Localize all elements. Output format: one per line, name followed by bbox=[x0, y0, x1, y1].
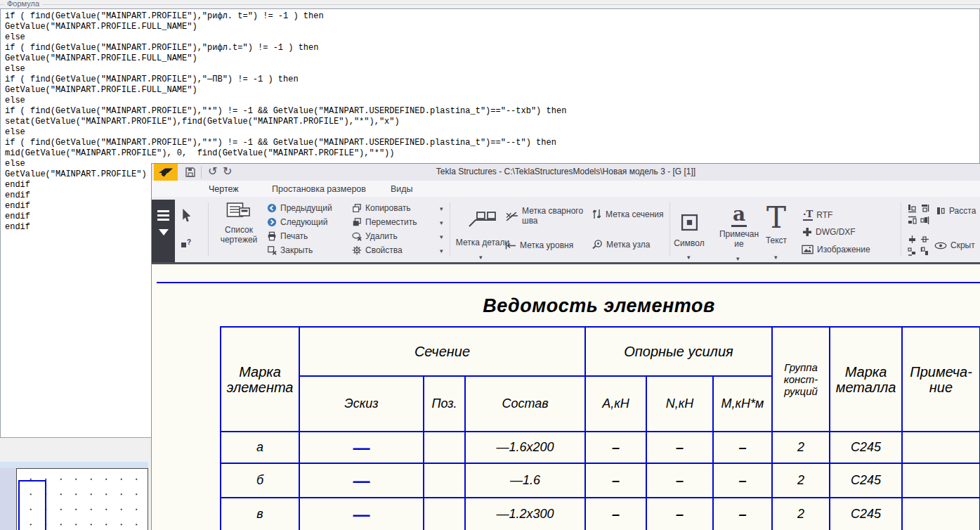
spacing-button[interactable]: Расста bbox=[936, 206, 976, 216]
cell-steel: С245 bbox=[830, 498, 903, 530]
tekla-logo-icon[interactable] bbox=[154, 164, 178, 181]
next-button[interactable]: Следующий bbox=[267, 217, 327, 227]
qat-separator bbox=[201, 166, 202, 179]
cell-mark: б bbox=[221, 464, 300, 498]
menu-icon[interactable] bbox=[157, 208, 169, 223]
undo-button[interactable]: ↺ bbox=[208, 164, 217, 179]
header-note: Примеча- ние bbox=[903, 328, 979, 432]
subheader-a: А,кН bbox=[586, 377, 647, 432]
align-left-icon[interactable] bbox=[908, 204, 917, 213]
copy-icon bbox=[352, 203, 362, 213]
symbol-label: Символ bbox=[669, 238, 710, 248]
header-forces: Опорные усилия bbox=[586, 328, 773, 377]
level-mark-button[interactable]: Метка уровня bbox=[505, 240, 573, 250]
section-mark-button[interactable]: Метка сечения bbox=[592, 208, 663, 220]
part-mark-dropdown[interactable]: ▾ bbox=[479, 254, 483, 260]
center-horizontal-icon[interactable] bbox=[908, 235, 917, 244]
header-section: Сечение bbox=[300, 328, 586, 377]
level-mark-icon bbox=[505, 241, 516, 250]
image-label: Изображение bbox=[817, 245, 870, 254]
align-right-icon[interactable] bbox=[920, 216, 929, 225]
text-dropdown[interactable]: ▾ bbox=[774, 254, 778, 260]
drawing-list-button[interactable]: Список чертежей bbox=[212, 201, 266, 245]
close-button[interactable]: Закрыть bbox=[267, 245, 313, 255]
spacing-label: Расста bbox=[949, 206, 976, 216]
cell-n: – bbox=[647, 498, 714, 530]
cell-sketch: — bbox=[300, 432, 424, 464]
image-button[interactable]: Изображение bbox=[802, 245, 870, 254]
select-cursor-icon[interactable] bbox=[180, 208, 192, 223]
cell-a: – bbox=[586, 432, 647, 464]
align-bottom-icon[interactable] bbox=[908, 216, 917, 225]
weld-mark-button[interactable]: Метка сварного шва bbox=[505, 206, 583, 226]
delete-icon bbox=[352, 231, 362, 241]
text-T-icon: T bbox=[766, 201, 786, 235]
cell-group: 2 bbox=[773, 432, 830, 464]
copy-label: Копировать bbox=[365, 203, 411, 213]
symbol-dropdown[interactable]: ▾ bbox=[687, 254, 691, 260]
dwg-dxf-label: DWG/DXF bbox=[816, 227, 856, 237]
delete-button[interactable]: Удалить bbox=[352, 231, 398, 241]
distribute-horizontal-icon[interactable] bbox=[908, 247, 917, 256]
node-mark-button[interactable]: Метка узла bbox=[592, 239, 650, 250]
template-preview-panel[interactable] bbox=[16, 468, 148, 530]
symbol-button[interactable]: Символ bbox=[669, 197, 710, 248]
cell-steel: С245 bbox=[830, 464, 903, 498]
note-button[interactable]: a Примечан ие bbox=[718, 197, 760, 249]
cell-m: – bbox=[714, 464, 773, 498]
properties-button[interactable]: Свойства bbox=[352, 245, 403, 255]
context-help-icon[interactable]: ? bbox=[180, 238, 192, 250]
copy-dropdown[interactable]: ▾ bbox=[440, 206, 443, 212]
image-icon bbox=[802, 245, 814, 254]
previous-button[interactable]: Предыдущий bbox=[267, 203, 332, 213]
redo-button[interactable]: ↻ bbox=[223, 164, 232, 179]
cell-a: – bbox=[586, 464, 647, 498]
center-vertical-icon[interactable] bbox=[920, 235, 929, 244]
cell-sketch: — bbox=[300, 498, 424, 530]
dwg-dxf-button[interactable]: DWG/DXF bbox=[802, 227, 856, 237]
sheet-frame-line bbox=[157, 282, 980, 283]
tab-views[interactable]: Виды bbox=[388, 183, 415, 197]
rtf-label: RTF bbox=[816, 210, 832, 220]
note-dropdown[interactable]: ▾ bbox=[736, 256, 740, 261]
cell-group: 2 bbox=[773, 498, 830, 530]
text-button[interactable]: T Текст bbox=[756, 197, 797, 245]
next-icon bbox=[267, 217, 277, 227]
properties-dropdown[interactable]: ▾ bbox=[440, 248, 443, 254]
move-dropdown[interactable]: ▾ bbox=[440, 220, 443, 226]
sketch-line: — bbox=[353, 471, 370, 491]
level-mark-label: Метка уровня bbox=[520, 240, 573, 250]
align-top-icon[interactable] bbox=[920, 204, 929, 213]
title-bar[interactable]: ↺ ↻ Tekla Structures - C:\TeklaStructure… bbox=[152, 164, 980, 181]
section-mark-icon bbox=[592, 208, 602, 220]
ribbon-sidebar[interactable] bbox=[152, 200, 175, 262]
close-icon bbox=[267, 245, 277, 255]
weld-mark-icon bbox=[505, 209, 518, 223]
close-label: Закрыть bbox=[280, 245, 313, 255]
template-field-outline bbox=[18, 480, 46, 530]
spacing-icon bbox=[936, 206, 946, 216]
move-button[interactable]: Переместить bbox=[352, 217, 417, 227]
copy-button[interactable]: Копировать bbox=[352, 203, 411, 213]
tab-dimensioning[interactable]: Простановка размеров bbox=[270, 183, 368, 197]
formula-editor-scroll-strip bbox=[0, 462, 148, 468]
cell-m: – bbox=[714, 432, 773, 464]
subheader-composition: Состав bbox=[466, 377, 586, 432]
cell-steel: С245 bbox=[830, 432, 903, 464]
rtf-button[interactable]: ·T RTF bbox=[803, 209, 832, 221]
previous-icon bbox=[267, 203, 277, 213]
collapse-ribbon-icon[interactable] bbox=[159, 229, 169, 235]
drawing-area[interactable]: Ведомость элементов Марка элемента Сечен… bbox=[152, 264, 980, 530]
print-label: Печать bbox=[280, 231, 308, 241]
gear-icon bbox=[352, 245, 362, 255]
hide-button[interactable]: Скрыт bbox=[934, 240, 975, 250]
save-icon[interactable] bbox=[185, 167, 196, 178]
print-button[interactable]: Печать bbox=[267, 231, 308, 241]
subheader-m: М,кН*м bbox=[714, 377, 773, 432]
cell-sketch: — bbox=[300, 464, 424, 498]
element-list-table[interactable]: Марка элемента Сечение Опорные усилия Гр… bbox=[220, 326, 980, 530]
delete-dropdown[interactable]: ▾ bbox=[440, 234, 443, 240]
ribbon-tab-bar: Чертеж Простановка размеров Виды bbox=[152, 181, 980, 197]
previous-label: Предыдущий bbox=[280, 203, 332, 213]
distribute-vertical-icon[interactable] bbox=[920, 247, 929, 256]
